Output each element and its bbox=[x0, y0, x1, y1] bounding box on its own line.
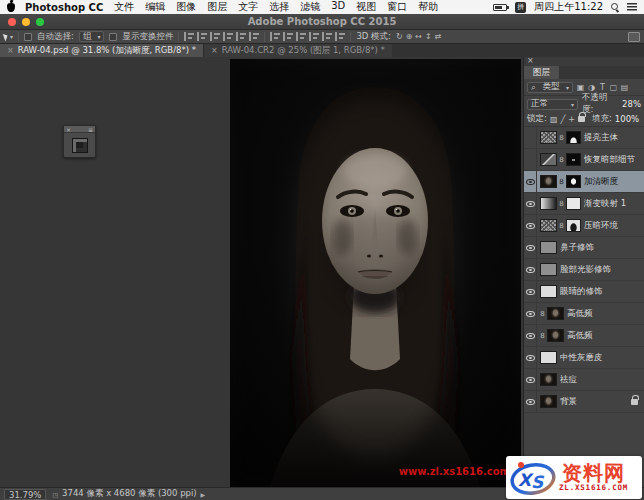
visibility-toggle[interactable] bbox=[524, 281, 537, 302]
menubar-clock[interactable]: 周四上午11:22 bbox=[534, 0, 603, 14]
layer-row-4[interactable]: 8 压暗环境 bbox=[524, 215, 644, 237]
layer-row-12[interactable]: 背景 bbox=[524, 391, 644, 413]
menu-item-编辑[interactable]: 编辑 bbox=[145, 0, 165, 14]
layer-mask-thumbnail[interactable] bbox=[566, 153, 581, 166]
layer-filter-dropdown[interactable]: ⌕ 类型 ▾ bbox=[527, 82, 573, 93]
document-tab-inactive[interactable]: × RAW-04.CR2 @ 25% (图层 1, RGB/8*) * bbox=[203, 44, 392, 57]
layer-name[interactable]: 压暗环境 bbox=[584, 220, 642, 232]
align-bottom-edges-button[interactable] bbox=[249, 32, 259, 41]
menu-item-视图[interactable]: 视图 bbox=[356, 0, 376, 14]
layer-row-7[interactable]: 眼睛的修饰 bbox=[524, 281, 644, 303]
blend-mode-dropdown[interactable]: 正常 ▾ bbox=[527, 99, 578, 110]
apple-logo-icon[interactable] bbox=[7, 3, 15, 12]
layer-row-8[interactable]: 8 高低频 bbox=[524, 303, 644, 325]
workspace-switcher-icon[interactable] bbox=[628, 32, 640, 42]
menu-item-窗口[interactable]: 窗口 bbox=[387, 0, 407, 14]
layer-name[interactable]: 加清晰度 bbox=[584, 176, 642, 188]
visibility-toggle[interactable] bbox=[524, 347, 537, 368]
mode-3d-icon-3[interactable]: ↕ bbox=[425, 32, 432, 41]
visibility-toggle[interactable] bbox=[524, 325, 537, 346]
layer-name[interactable]: 提亮主体 bbox=[584, 132, 642, 144]
align-top-edges-button[interactable] bbox=[223, 32, 233, 41]
show-transform-checkbox[interactable] bbox=[109, 33, 117, 41]
distribute-top-edges-button[interactable] bbox=[270, 32, 280, 41]
auto-select-checkbox[interactable] bbox=[24, 33, 32, 41]
notification-center-icon[interactable] bbox=[627, 3, 637, 11]
lock-option-icon-1[interactable]: ╱ bbox=[560, 115, 565, 124]
mode-3d-icon-1[interactable]: ⊕ bbox=[406, 32, 413, 41]
layer-name[interactable]: 背景 bbox=[560, 396, 631, 408]
layer-row-10[interactable]: 中性灰磨皮 bbox=[524, 347, 644, 369]
lock-option-icon-0[interactable]: ▨ bbox=[550, 115, 558, 124]
mode-3d-icon-2[interactable]: ↔ bbox=[415, 32, 422, 41]
layer-row-5[interactable]: 鼻子修饰 bbox=[524, 237, 644, 259]
layer-row-1[interactable]: 8 恢复暗部细节 bbox=[524, 149, 644, 171]
layer-thumbnail[interactable] bbox=[547, 307, 564, 320]
layer-name[interactable]: 高低频 bbox=[567, 308, 642, 320]
layer-mask-thumbnail[interactable] bbox=[566, 219, 581, 232]
menu-item-图层[interactable]: 图层 bbox=[207, 0, 227, 14]
layer-mask-thumbnail[interactable] bbox=[566, 175, 581, 188]
menu-item-文字[interactable]: 文字 bbox=[238, 0, 258, 14]
mode-3d-icon-0[interactable]: ↻ bbox=[396, 32, 403, 41]
visibility-toggle[interactable] bbox=[524, 303, 537, 324]
layer-thumbnail[interactable] bbox=[540, 153, 557, 166]
visibility-toggle[interactable] bbox=[524, 215, 537, 236]
layer-thumbnail[interactable] bbox=[540, 263, 557, 276]
layer-name[interactable]: 高低频 bbox=[567, 330, 642, 342]
distribute-bottom-edges-button[interactable] bbox=[296, 32, 306, 41]
menu-item-帮助[interactable]: 帮助 bbox=[418, 0, 438, 14]
visibility-toggle[interactable] bbox=[524, 149, 537, 170]
document-canvas[interactable]: ×≡ bbox=[0, 57, 523, 487]
floating-mini-panel[interactable]: ×≡ bbox=[63, 125, 96, 158]
visibility-toggle[interactable] bbox=[524, 369, 537, 390]
zoom-level-field[interactable]: 31.79% bbox=[4, 489, 46, 500]
layer-thumbnail[interactable] bbox=[540, 131, 557, 144]
document-tab-active[interactable]: × RAW-04.psd @ 31.8% (加清晰度, RGB/8*) * bbox=[0, 44, 203, 57]
visibility-toggle[interactable] bbox=[524, 127, 537, 148]
layer-thumbnail[interactable] bbox=[540, 285, 557, 298]
close-window-button[interactable] bbox=[8, 18, 16, 26]
menu-item-文件[interactable]: 文件 bbox=[114, 0, 134, 14]
menu-item-图像[interactable]: 图像 bbox=[176, 0, 196, 14]
move-tool-preset[interactable]: ▾ bbox=[4, 33, 13, 41]
layer-thumbnail[interactable] bbox=[540, 241, 557, 254]
layer-name[interactable]: 眼睛的修饰 bbox=[560, 286, 642, 298]
close-tab-icon[interactable]: × bbox=[211, 46, 218, 55]
filter-icon-2[interactable]: T bbox=[598, 83, 607, 92]
filter-icon-0[interactable]: ▣ bbox=[576, 83, 585, 92]
lock-option-icon-2[interactable]: + bbox=[568, 115, 575, 124]
distribute-left-edges-button[interactable] bbox=[309, 32, 319, 41]
layer-row-3[interactable]: 8 渐变映射 1 bbox=[524, 193, 644, 215]
align-vertical-centers-button[interactable] bbox=[236, 32, 246, 41]
layer-name[interactable]: 渐变映射 1 bbox=[584, 198, 642, 210]
distribute-horizontal-centers-button[interactable] bbox=[322, 32, 332, 41]
panel-close-icon[interactable]: × bbox=[524, 57, 644, 66]
zoom-window-button[interactable] bbox=[36, 18, 44, 26]
align-horizontal-centers-button[interactable] bbox=[197, 32, 207, 41]
spotlight-search-icon[interactable] bbox=[611, 3, 619, 11]
layer-name[interactable]: 中性灰磨皮 bbox=[560, 352, 642, 364]
align-right-edges-button[interactable] bbox=[210, 32, 220, 41]
status-flyout-icon[interactable]: ▶ bbox=[201, 491, 206, 498]
document-info[interactable]: ◳ 3744 像素 x 4680 像素 (300 ppi) ▶ bbox=[52, 488, 205, 500]
layer-thumbnail[interactable] bbox=[540, 395, 557, 408]
layer-row-6[interactable]: 脸部光影修饰 bbox=[524, 259, 644, 281]
layer-row-2[interactable]: 8 加清晰度 bbox=[524, 171, 644, 193]
layer-mask-thumbnail[interactable] bbox=[566, 131, 581, 144]
menu-item-滤镜[interactable]: 滤镜 bbox=[300, 0, 320, 14]
visibility-toggle[interactable] bbox=[524, 237, 537, 258]
layer-name[interactable]: 脸部光影修饰 bbox=[560, 264, 642, 276]
layer-mask-thumbnail[interactable] bbox=[566, 197, 581, 210]
app-menu-name[interactable]: Photoshop CC bbox=[25, 2, 103, 13]
visibility-toggle[interactable] bbox=[524, 259, 537, 280]
layer-name[interactable]: 恢复暗部细节 bbox=[584, 154, 642, 166]
layer-name[interactable]: 祛痘 bbox=[560, 374, 642, 386]
layer-row-11[interactable]: 祛痘 bbox=[524, 369, 644, 391]
layer-thumbnail[interactable] bbox=[540, 197, 557, 210]
auto-select-dropdown[interactable]: 组 ▾ bbox=[79, 31, 105, 42]
visibility-toggle[interactable] bbox=[524, 391, 537, 412]
filter-icon-1[interactable]: ◑ bbox=[587, 83, 596, 92]
visibility-toggle[interactable] bbox=[524, 193, 537, 214]
visibility-toggle[interactable] bbox=[524, 171, 537, 192]
